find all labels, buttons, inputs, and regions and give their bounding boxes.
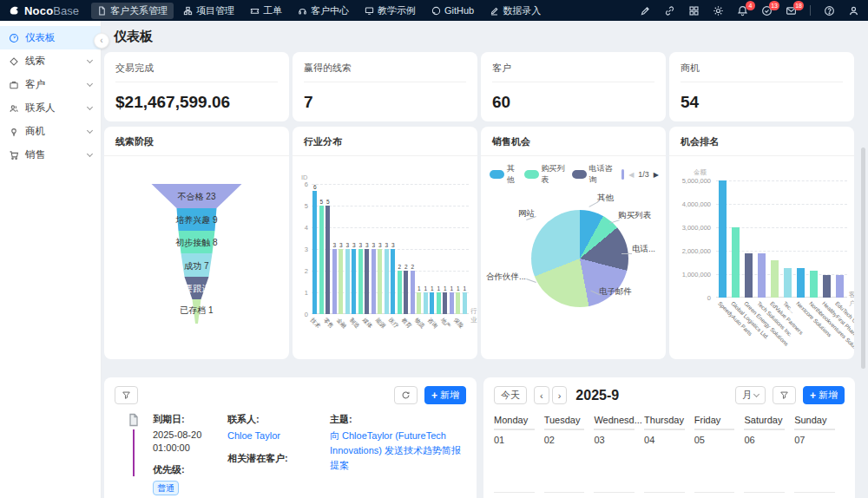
pie-leader-line (589, 201, 598, 207)
tasks-icon[interactable]: 13 (761, 5, 773, 16)
nav-tab-data-entry[interactable]: 数据录入 (483, 3, 547, 19)
legend-item-partial[interactable] (621, 169, 624, 180)
sidebar-item-opportunities[interactable]: 商机 (0, 120, 101, 143)
sidebar-item-sales[interactable]: 销售 (0, 143, 101, 167)
bar (326, 206, 330, 314)
kpi-value: 7 (304, 93, 466, 112)
help-icon[interactable] (824, 5, 835, 16)
chevron-down-icon (753, 391, 760, 397)
calendar-day-cell[interactable]: 01 (494, 429, 544, 492)
calendar-day-cell[interactable]: 04 (644, 429, 694, 492)
left-sidebar: 仪表板 线索 客户 联系人 商机 销售 (0, 21, 102, 498)
pie-slice-label: 其他 (597, 193, 614, 204)
bar (312, 191, 317, 314)
calendar-day-cell[interactable]: 11 (644, 492, 694, 498)
nocobase-logo[interactable]: NocoBase (9, 3, 79, 18)
nav-tab-ticket[interactable]: 工单 (244, 3, 288, 19)
legend-next-icon[interactable]: ▶ (654, 171, 659, 179)
nav-tab-project[interactable]: 项目管理 (177, 3, 240, 19)
next-month-button[interactable]: › (552, 386, 568, 404)
link-icon[interactable] (664, 5, 675, 16)
calendar-day-cell[interactable]: 03 (594, 429, 644, 492)
legend-item[interactable]: 电话咨询 (572, 163, 615, 186)
kpi-value: 60 (492, 93, 654, 112)
filter-button[interactable] (115, 386, 138, 404)
user-icon[interactable] (848, 5, 859, 16)
legend-item[interactable]: 购买列表 (524, 163, 568, 186)
funnel-stage-label: 成功 7 (141, 260, 253, 272)
add-event-button[interactable]: +新增 (803, 386, 845, 404)
bar-column: 3 (371, 184, 378, 314)
calendar-day-cell[interactable]: 13 (744, 492, 794, 498)
x-labels: 技术零售金融制造媒体能源医疗教育物流咨询地产保险 (312, 316, 469, 349)
x-tick-label: 制造 (347, 317, 360, 331)
page-scrollbar[interactable] (861, 147, 865, 369)
pie-slice-label: 电子邮件 (599, 286, 632, 298)
nav-tab-github[interactable]: GitHub (425, 3, 480, 17)
calendar-day-cell[interactable]: 07 (794, 429, 845, 492)
legend-item[interactable]: 其他 (490, 163, 520, 186)
dashboard-icon (9, 33, 19, 43)
y-tick-label: 6 (296, 180, 308, 188)
bar-column: 1 (462, 184, 469, 314)
logo-mark-icon (9, 4, 21, 16)
sidebar-item-contacts[interactable]: 联系人 (0, 96, 101, 120)
nav-actions: 4 13 18 (640, 5, 859, 16)
weekday-label: Thursday (644, 415, 685, 429)
notifications-icon[interactable]: 4 (737, 5, 748, 16)
nav-tab-examples[interactable]: 教学示例 (358, 3, 422, 19)
calendar-day-cell[interactable]: 10 (594, 492, 644, 498)
calendar-week-row: 08091011121314 (494, 492, 845, 498)
bar-value-label: 3 (352, 242, 356, 248)
y-tick-label: 2 (296, 267, 308, 275)
calendar-day-cell[interactable]: 12 (694, 492, 745, 498)
funnel-stage-label: 初步接触 8 (141, 237, 253, 249)
chevron-down-icon (87, 103, 93, 109)
settings-icon[interactable] (713, 5, 724, 16)
calendar-day-cell[interactable]: 02 (544, 429, 595, 492)
due-time: 01:00:00 (153, 442, 227, 455)
calendar-day-cell[interactable]: 08 (494, 492, 544, 498)
add-task-button[interactable]: +新增 (424, 386, 466, 404)
nav-tab-customer-center[interactable]: 客户中心 (292, 3, 355, 19)
sidebar-item-leads[interactable]: 线索 (0, 49, 101, 73)
prev-month-button[interactable]: ‹ (534, 386, 549, 404)
sidebar-collapse-button[interactable]: ‹ (94, 33, 109, 49)
highlighter-icon[interactable] (640, 5, 651, 16)
view-select[interactable]: 月 (735, 386, 766, 404)
messages-icon[interactable]: 18 (786, 5, 797, 16)
legend-prev-icon[interactable]: ◀ (628, 171, 634, 179)
pie-legend: 其他 购买列表 电话咨询 ◀ 1/3 ▶ (481, 156, 666, 186)
monitor-icon (365, 6, 374, 16)
funnel-chart: 不合格 23培养兴趣 9初步接触 8成功 7需要跟进 6已存档 1 (104, 156, 289, 351)
chevron-down-icon (87, 56, 93, 62)
kpi-title: 商机 (681, 62, 843, 82)
pie-leader-line (526, 278, 536, 283)
chevron-down-icon (87, 127, 93, 133)
refresh-icon (401, 390, 411, 400)
x-axis-name: 行业 (470, 307, 477, 324)
bar-column: 3 (390, 184, 397, 314)
bar-column: 3 (338, 184, 345, 314)
calendar-filter-button[interactable] (773, 386, 796, 404)
calendar-day-cell[interactable]: 06 (744, 429, 794, 492)
refresh-button[interactable] (394, 386, 418, 404)
nav-tab-crm[interactable]: 客户关系管理 (91, 3, 174, 19)
pie-leader-line (609, 220, 620, 224)
calendar-day-cell[interactable]: 14 (794, 492, 845, 498)
calendar-day-cell[interactable]: 05 (694, 429, 745, 492)
contact-link[interactable]: Chloe Taylor (227, 429, 330, 443)
priority-badge: 普通 (153, 481, 179, 495)
x-tick-label: 媒体 (360, 317, 373, 331)
subject-link[interactable]: 向 ChloeTaylor (FutureTech Innovations) 发… (330, 429, 466, 473)
y-tick-label: 4,000,000 (671, 200, 711, 208)
y-tick-label: 5,000,000 (671, 177, 711, 185)
bar-column: 3 (384, 184, 391, 314)
sidebar-item-dashboard[interactable]: 仪表板 (0, 26, 101, 49)
task-item[interactable]: 到期日: 2025-08-20 01:00:00 优先级: 普通 联系人: Ch… (115, 413, 466, 495)
today-button[interactable]: 今天 (494, 386, 527, 404)
bar-column (833, 180, 846, 298)
calendar-day-cell[interactable]: 09 (544, 492, 595, 498)
apps-icon[interactable] (688, 5, 700, 16)
sidebar-item-customers[interactable]: 客户 (0, 73, 101, 96)
